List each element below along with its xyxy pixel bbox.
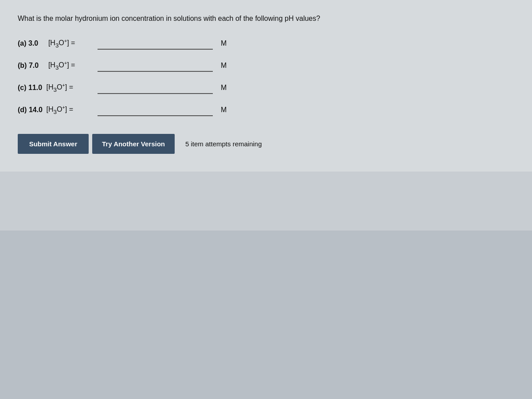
buttons-row: Submit Answer Try Another Version 5 item… (18, 134, 514, 154)
part-b-input[interactable] (98, 59, 213, 72)
lower-background-area (0, 231, 532, 399)
part-c-unit: M (221, 84, 227, 92)
part-a-unit: M (221, 39, 227, 47)
attempts-remaining-text: 5 item attempts remaining (185, 140, 262, 148)
part-b-label: (b) 7.0 (18, 62, 44, 70)
question-parts: (a) 3.0 [H3O+] = M (b) 7.0 [H3O+] = M (c… (18, 37, 514, 116)
page-container: [References] What is the molar hydronium… (0, 0, 532, 399)
try-another-version-button[interactable]: Try Another Version (92, 134, 175, 154)
part-c-formula: [H3O+] = (44, 82, 98, 93)
part-d-formula: [H3O+] = (44, 105, 98, 115)
submit-button[interactable]: Submit Answer (18, 134, 89, 154)
part-d-label: (d) 14.0 (18, 106, 44, 114)
part-b-unit: M (221, 62, 227, 70)
part-c-input[interactable] (98, 82, 213, 94)
part-c-label: (c) 11.0 (18, 84, 44, 92)
question-part-d: (d) 14.0 [H3O+] = M (18, 104, 514, 116)
part-d-unit: M (221, 106, 227, 114)
question-text: What is the molar hydronium ion concentr… (18, 9, 514, 24)
content-area: What is the molar hydronium ion concentr… (0, 0, 532, 172)
question-part-a: (a) 3.0 [H3O+] = M (18, 37, 514, 50)
part-b-formula: [H3O+] = (44, 60, 98, 71)
part-d-input[interactable] (98, 104, 213, 116)
part-a-formula: [H3O+] = (44, 38, 98, 49)
question-part-c: (c) 11.0 [H3O+] = M (18, 82, 514, 94)
question-part-b: (b) 7.0 [H3O+] = M (18, 59, 514, 72)
part-a-input[interactable] (98, 37, 213, 50)
part-a-label: (a) 3.0 (18, 39, 44, 47)
